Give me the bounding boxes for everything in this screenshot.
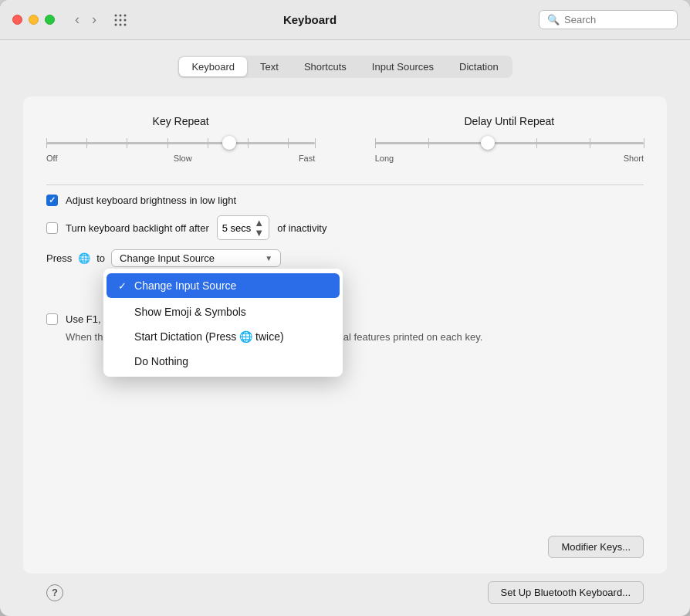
f1-checkbox[interactable] [46, 313, 58, 325]
titlebar: ‹ › Keyboard 🔍 [0, 0, 690, 40]
delay-repeat-group: Delay Until Repeat Long [375, 115, 644, 163]
window-title: Keyboard [90, 13, 529, 26]
dropdown-item-show-emoji[interactable]: ✓ Show Emoji & Symbols [103, 300, 343, 324]
key-repeat-track [46, 142, 315, 144]
tabs-bar: Keyboard Text Shortcuts Input Sources Di… [23, 56, 667, 78]
backlight-label-before: Turn keyboard backlight off after [66, 222, 209, 234]
modifier-keys-container: Modifier Keys... [548, 536, 644, 558]
backlight-duration-value: 5 secs [222, 222, 252, 234]
delay-short-label: Short [624, 154, 644, 163]
check-mark-icon: ✓ [116, 280, 128, 292]
delay-repeat-thumb[interactable] [481, 136, 495, 150]
delay-repeat-track [375, 142, 644, 144]
backlight-checkbox[interactable] [46, 222, 58, 234]
key-repeat-slider[interactable] [46, 135, 315, 151]
sliders-row: Key Repeat [46, 115, 644, 163]
dropdown-item-label: Change Input Source [134, 279, 236, 292]
content-area: Keyboard Text Shortcuts Input Sources Di… [0, 40, 690, 616]
maximize-button[interactable] [45, 15, 55, 25]
key-repeat-fast-label: Fast [299, 154, 315, 163]
dropdown-menu: ✓ Change Input Source ✓ Show Emoji & Sym… [103, 269, 343, 377]
divider-1 [46, 184, 644, 185]
dropdown-item-dictation[interactable]: ✓ Start Dictation (Press 🌐 twice) [103, 324, 343, 349]
settings-panel: Key Repeat [23, 96, 667, 574]
setup-bluetooth-button[interactable]: Set Up Bluetooth Keyboard... [488, 581, 644, 604]
key-repeat-slow-label: Slow [174, 154, 192, 163]
key-repeat-group: Key Repeat [46, 115, 315, 163]
dropdown-item-label-2: Show Emoji & Symbols [134, 306, 246, 318]
backlight-duration-select[interactable]: 5 secs ▲ ▼ [217, 215, 269, 240]
traffic-lights [12, 15, 55, 25]
key-repeat-thumb[interactable] [222, 136, 236, 150]
dropdown-trigger[interactable]: Change Input Source ▼ [111, 249, 281, 267]
dropdown-arrow-icon: ▼ [265, 254, 272, 262]
tab-dictation[interactable]: Dictation [447, 57, 511, 76]
dropdown-item-label-4: Do Nothing [134, 355, 188, 367]
brightness-row: Adjust keyboard brightness in low light [46, 195, 644, 206]
key-repeat-off-label: Off [46, 154, 57, 163]
stepper-arrows: ▲ ▼ [254, 218, 264, 238]
keyboard-preferences-window: ‹ › Keyboard 🔍 Keyboard [0, 0, 690, 616]
delay-repeat-slider[interactable] [375, 135, 644, 151]
search-icon: 🔍 [547, 14, 560, 25]
key-repeat-label: Key Repeat [153, 115, 209, 127]
stepper-down[interactable]: ▼ [254, 228, 264, 238]
press-label-before: Press [46, 252, 72, 264]
dropdown-item-change-input[interactable]: ✓ Change Input Source [107, 273, 340, 298]
dropdown-item-nothing[interactable]: ✓ Do Nothing [103, 349, 343, 374]
backlight-label-after: of inactivity [277, 222, 326, 234]
backlight-row: Turn keyboard backlight off after 5 secs… [46, 215, 644, 240]
globe-icon: 🌐 [78, 252, 90, 264]
help-button[interactable]: ? [46, 584, 63, 601]
footer-bar: ? Set Up Bluetooth Keyboard... [23, 574, 667, 616]
delay-repeat-labels: Long Short [375, 154, 644, 163]
dropdown-item-label-3: Start Dictation (Press 🌐 twice) [134, 330, 284, 343]
dropdown-container: Change Input Source ▼ ✓ Change Input Sou… [111, 249, 281, 267]
tab-input-sources[interactable]: Input Sources [360, 57, 446, 76]
minimize-button[interactable] [29, 15, 39, 25]
press-globe-row: Press 🌐 to Change Input Source ▼ ✓ Chang… [46, 249, 644, 267]
search-box[interactable]: 🔍 [539, 10, 678, 29]
press-label-after: to [96, 252, 105, 264]
tab-keyboard[interactable]: Keyboard [179, 57, 247, 76]
modifier-keys-button[interactable]: Modifier Keys... [548, 536, 644, 558]
tab-bar-container: Keyboard Text Shortcuts Input Sources Di… [178, 56, 512, 78]
brightness-checkbox[interactable] [46, 195, 58, 206]
brightness-label: Adjust keyboard brightness in low light [66, 195, 236, 206]
search-input[interactable] [564, 14, 669, 25]
tab-text[interactable]: Text [248, 57, 291, 76]
close-button[interactable] [12, 15, 22, 25]
key-repeat-labels: Off Slow Fast [46, 154, 315, 163]
back-button[interactable]: ‹ [70, 10, 84, 29]
delay-long-label: Long [375, 154, 394, 163]
tab-shortcuts[interactable]: Shortcuts [292, 57, 359, 76]
dropdown-selected-value: Change Input Source [120, 252, 215, 264]
delay-repeat-label: Delay Until Repeat [464, 115, 554, 127]
